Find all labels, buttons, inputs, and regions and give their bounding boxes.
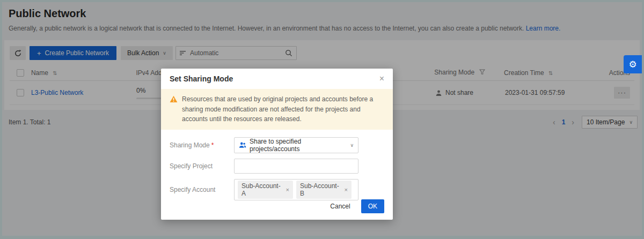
chevron-down-icon: ∨: [350, 143, 354, 148]
account-tag: Sub-Account-A ×: [238, 181, 293, 199]
warning-text: Resources that are used by original proj…: [182, 94, 384, 124]
sharing-mode-row: Sharing Mode* Share to specified project…: [170, 137, 384, 153]
modal-body: Sharing Mode* Share to specified project…: [161, 130, 393, 200]
ok-button[interactable]: OK: [361, 199, 384, 213]
close-icon[interactable]: ×: [379, 74, 384, 83]
tag-remove-icon[interactable]: ×: [286, 186, 289, 193]
account-tag-label: Sub-Account-A: [241, 182, 283, 197]
account-tag: Sub-Account-B ×: [296, 181, 352, 199]
specify-account-row: Specify Account Sub-Account-A × Sub-Acco…: [170, 179, 384, 200]
sharing-mode-value: Share to specified projects/accounts: [250, 138, 346, 153]
share-users-icon: [239, 141, 246, 148]
cancel-button[interactable]: Cancel: [330, 203, 350, 210]
tag-remove-icon[interactable]: ×: [345, 186, 348, 193]
specify-project-label: Specify Project: [170, 162, 234, 170]
warning-alert: Resources that are used by original proj…: [161, 89, 393, 130]
modal-footer: Cancel OK: [330, 199, 384, 213]
gear-icon: ⚙: [628, 59, 636, 70]
specify-account-input[interactable]: Sub-Account-A × Sub-Account-B ×: [234, 179, 358, 200]
modal-title: Set Sharing Mode: [170, 74, 233, 83]
specify-project-input[interactable]: [234, 159, 358, 174]
public-network-page: Public Network Generally, a public netwo…: [2, 2, 642, 236]
set-sharing-mode-modal: Set Sharing Mode × Resources that are us…: [161, 69, 393, 220]
specify-account-label: Specify Account: [170, 186, 234, 193]
specify-project-row: Specify Project: [170, 159, 384, 174]
warning-icon: [170, 95, 178, 103]
window-frame: Public Network Generally, a public netwo…: [0, 0, 644, 239]
account-tag-label: Sub-Account-B: [300, 182, 341, 197]
sharing-mode-select[interactable]: Share to specified projects/accounts ∨: [234, 137, 358, 153]
required-mark: *: [211, 141, 214, 149]
sharing-mode-label: Sharing Mode*: [170, 141, 234, 149]
modal-header: Set Sharing Mode ×: [161, 69, 393, 89]
sharing-mode-label-text: Sharing Mode: [170, 141, 210, 149]
table-settings-button[interactable]: ⚙: [624, 55, 642, 73]
